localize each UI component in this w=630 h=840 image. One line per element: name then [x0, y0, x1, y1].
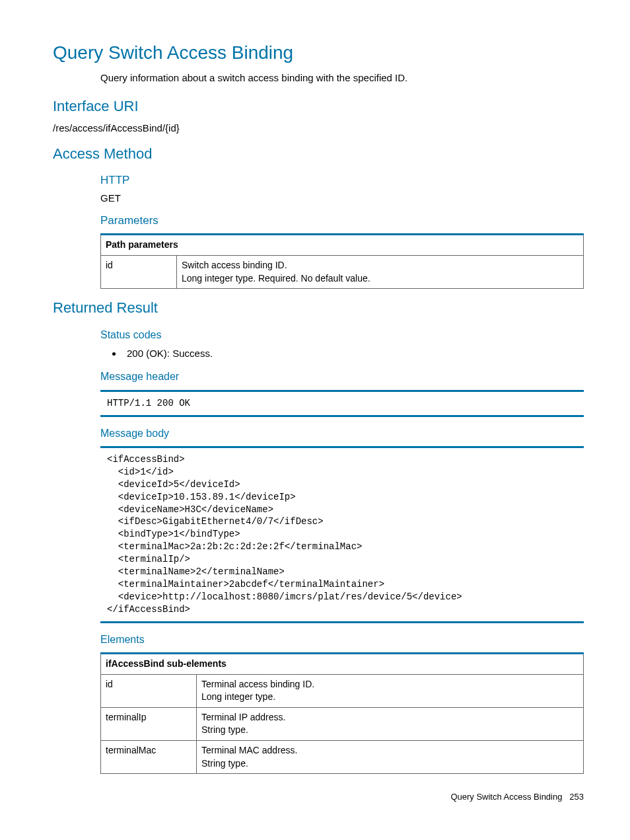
table-row: terminalIp Terminal IP address. String t… — [101, 707, 584, 740]
element-desc: Terminal IP address. String type. — [197, 707, 584, 740]
table-row: id Switch access binding ID. Long intege… — [101, 255, 584, 288]
status-codes-label: Status codes — [100, 328, 584, 342]
http-method-value: GET — [100, 191, 584, 205]
interface-uri-value: /res/access/ifAccessBind/{id} — [53, 121, 584, 135]
message-body-code: <ifAccessBind> <id>1</id> <deviceId>5</d… — [100, 446, 584, 623]
http-label: HTTP — [100, 172, 584, 188]
element-name: terminalMac — [101, 740, 197, 773]
table-row: id Terminal access binding ID. Long inte… — [101, 674, 584, 707]
status-codes-list: 200 (OK): Success. — [100, 346, 584, 360]
message-body-label: Message body — [100, 426, 584, 441]
page-title: Query Switch Access Binding — [53, 40, 584, 65]
footer-page-number: 253 — [569, 792, 584, 802]
element-name: terminalIp — [101, 707, 197, 740]
param-desc: Switch access binding ID. Long integer t… — [177, 255, 584, 288]
elements-label: Elements — [100, 632, 584, 647]
parameters-label: Parameters — [100, 213, 584, 229]
elements-table-header: ifAccessBind sub-elements — [101, 653, 584, 674]
footer-title: Query Switch Access Binding — [450, 792, 562, 802]
path-parameters-header: Path parameters — [101, 235, 584, 256]
element-name: id — [101, 674, 197, 707]
message-header-code: HTTP/1.1 200 OK — [100, 390, 584, 417]
list-item: 200 (OK): Success. — [123, 346, 584, 360]
param-name: id — [101, 255, 177, 288]
access-method-heading: Access Method — [53, 144, 584, 165]
table-row: terminalMac Terminal MAC address. String… — [101, 740, 584, 773]
element-desc: Terminal access binding ID. Long integer… — [197, 674, 584, 707]
page-footer: Query Switch Access Binding 253 — [53, 791, 584, 803]
returned-result-heading: Returned Result — [53, 298, 584, 319]
path-parameters-table: Path parameters id Switch access binding… — [100, 233, 584, 289]
elements-table: ifAccessBind sub-elements id Terminal ac… — [100, 652, 584, 774]
message-header-label: Message header — [100, 369, 584, 384]
interface-uri-heading: Interface URI — [53, 96, 584, 117]
page-description: Query information about a switch access … — [100, 71, 584, 85]
element-desc: Terminal MAC address. String type. — [197, 740, 584, 773]
